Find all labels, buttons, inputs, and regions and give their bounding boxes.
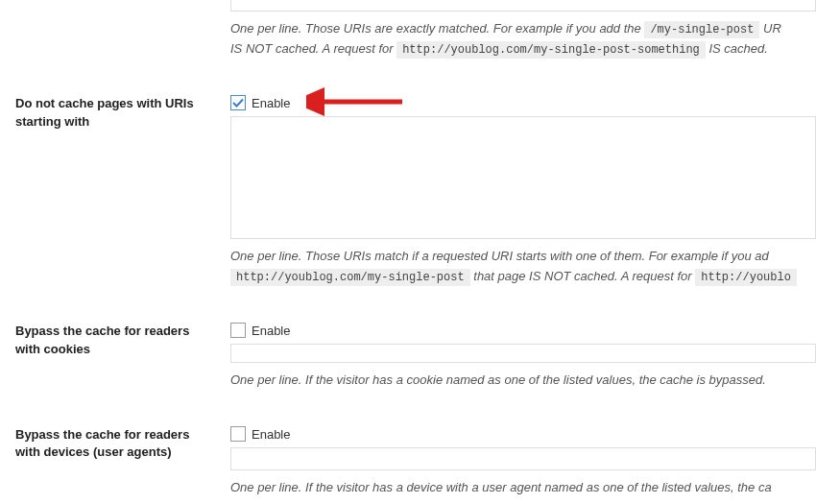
uri-starting-with-label: Do not cache pages with URIs starting wi… — [0, 81, 230, 144]
uri-starting-textarea[interactable] — [230, 116, 816, 239]
bypass-devices-enable-label: Enable — [252, 427, 290, 442]
help-text-part: One per line. Those URIs match if a requ… — [230, 249, 769, 263]
uri-starting-enable-checkbox[interactable] — [230, 95, 246, 110]
bypass-cookies-enable-label: Enable — [252, 324, 290, 338]
bypass-cookies-enable-wrap: Enable — [230, 323, 816, 338]
exact-uri-section: One per line. Those URIs are exactly mat… — [0, 0, 816, 60]
bypass-cookies-section: Bypass the cache for readers with cookie… — [0, 308, 816, 391]
code-snippet: /my-single-post — [644, 21, 759, 38]
uri-starting-with-section: Do not cache pages with URIs starting wi… — [0, 81, 816, 287]
bypass-cookies-label: Bypass the cache for readers with cookie… — [0, 308, 230, 372]
bypass-devices-enable-wrap: Enable — [230, 426, 816, 442]
code-snippet: http://youblog.com/my-single-post — [230, 269, 470, 286]
bypass-cookies-help: One per line. If the visitor has a cooki… — [230, 371, 816, 391]
bypass-devices-help: One per line. If the visitor has a devic… — [230, 478, 816, 498]
exact-uri-textarea[interactable] — [230, 0, 816, 12]
bypass-devices-textarea[interactable] — [230, 447, 816, 470]
exact-uri-help: One per line. Those URIs are exactly mat… — [230, 19, 816, 60]
help-text-part: IS NOT cached. A request for — [230, 41, 396, 56]
uri-starting-enable-wrap: Enable — [230, 95, 816, 110]
help-text-part: that page IS NOT cached. A request for — [473, 269, 695, 283]
bypass-devices-label: Bypass the cache for readers with device… — [0, 412, 230, 475]
bypass-devices-section: Bypass the cache for readers with device… — [0, 412, 816, 498]
code-snippet: http://youblo — [695, 269, 797, 286]
code-snippet: http://youblog.com/my-single-post-someth… — [396, 41, 706, 59]
checkmark-icon — [232, 97, 244, 108]
bypass-cookies-enable-checkbox[interactable] — [230, 323, 246, 338]
help-text-part: IS cached. — [708, 41, 767, 56]
uri-starting-help: One per line. Those URIs match if a requ… — [230, 247, 816, 287]
help-text-part: UR — [763, 21, 781, 36]
bypass-devices-enable-checkbox[interactable] — [230, 426, 246, 442]
uri-starting-enable-label: Enable — [252, 96, 290, 110]
bypass-cookies-textarea[interactable] — [230, 344, 816, 363]
help-text-part: One per line. Those URIs are exactly mat… — [230, 21, 644, 36]
